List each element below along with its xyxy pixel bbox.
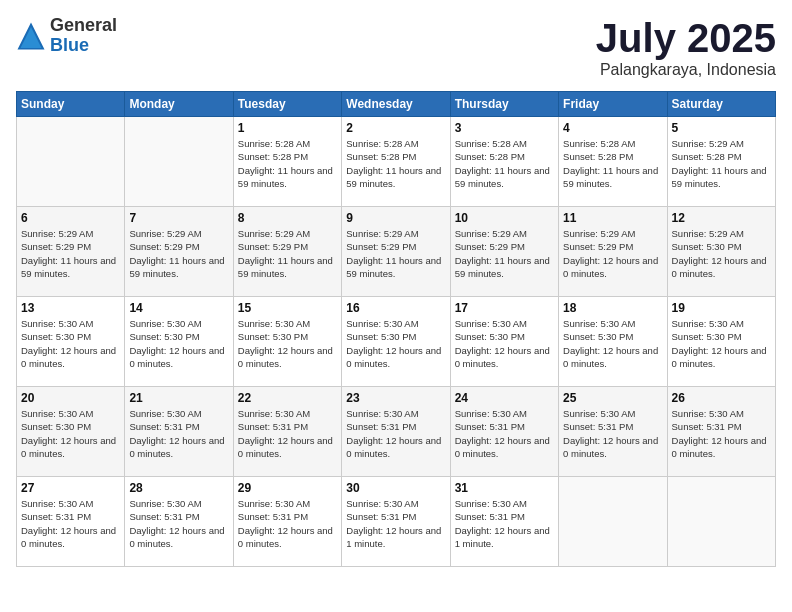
day-number: 25: [563, 391, 662, 405]
calendar-cell: 1Sunrise: 5:28 AM Sunset: 5:28 PM Daylig…: [233, 117, 341, 207]
day-number: 8: [238, 211, 337, 225]
day-number: 9: [346, 211, 445, 225]
calendar-cell: 29Sunrise: 5:30 AM Sunset: 5:31 PM Dayli…: [233, 477, 341, 567]
day-number: 23: [346, 391, 445, 405]
day-number: 14: [129, 301, 228, 315]
day-info: Sunrise: 5:30 AM Sunset: 5:31 PM Dayligh…: [129, 497, 228, 550]
calendar-cell: 28Sunrise: 5:30 AM Sunset: 5:31 PM Dayli…: [125, 477, 233, 567]
calendar-cell: 18Sunrise: 5:30 AM Sunset: 5:30 PM Dayli…: [559, 297, 667, 387]
calendar-cell: 12Sunrise: 5:29 AM Sunset: 5:30 PM Dayli…: [667, 207, 775, 297]
day-number: 3: [455, 121, 554, 135]
logo: General Blue: [16, 16, 117, 56]
calendar-cell: [667, 477, 775, 567]
calendar-cell: 5Sunrise: 5:29 AM Sunset: 5:28 PM Daylig…: [667, 117, 775, 207]
calendar-cell: 3Sunrise: 5:28 AM Sunset: 5:28 PM Daylig…: [450, 117, 558, 207]
calendar-cell: 2Sunrise: 5:28 AM Sunset: 5:28 PM Daylig…: [342, 117, 450, 207]
header: General Blue July 2025 Palangkaraya, Ind…: [16, 16, 776, 79]
day-number: 16: [346, 301, 445, 315]
calendar-cell: 16Sunrise: 5:30 AM Sunset: 5:30 PM Dayli…: [342, 297, 450, 387]
day-info: Sunrise: 5:30 AM Sunset: 5:31 PM Dayligh…: [129, 407, 228, 460]
day-info: Sunrise: 5:29 AM Sunset: 5:29 PM Dayligh…: [455, 227, 554, 280]
day-info: Sunrise: 5:30 AM Sunset: 5:30 PM Dayligh…: [455, 317, 554, 370]
day-info: Sunrise: 5:28 AM Sunset: 5:28 PM Dayligh…: [563, 137, 662, 190]
day-number: 28: [129, 481, 228, 495]
weekday-header-row: SundayMondayTuesdayWednesdayThursdayFrid…: [17, 92, 776, 117]
day-number: 18: [563, 301, 662, 315]
calendar-cell: 9Sunrise: 5:29 AM Sunset: 5:29 PM Daylig…: [342, 207, 450, 297]
day-info: Sunrise: 5:30 AM Sunset: 5:31 PM Dayligh…: [346, 407, 445, 460]
day-number: 17: [455, 301, 554, 315]
calendar-table: SundayMondayTuesdayWednesdayThursdayFrid…: [16, 91, 776, 567]
calendar-header: SundayMondayTuesdayWednesdayThursdayFrid…: [17, 92, 776, 117]
day-info: Sunrise: 5:30 AM Sunset: 5:31 PM Dayligh…: [238, 407, 337, 460]
weekday-header-thursday: Thursday: [450, 92, 558, 117]
day-info: Sunrise: 5:30 AM Sunset: 5:31 PM Dayligh…: [563, 407, 662, 460]
calendar-cell: 4Sunrise: 5:28 AM Sunset: 5:28 PM Daylig…: [559, 117, 667, 207]
day-info: Sunrise: 5:30 AM Sunset: 5:30 PM Dayligh…: [563, 317, 662, 370]
day-info: Sunrise: 5:30 AM Sunset: 5:31 PM Dayligh…: [21, 497, 120, 550]
calendar-cell: 27Sunrise: 5:30 AM Sunset: 5:31 PM Dayli…: [17, 477, 125, 567]
calendar-cell: 11Sunrise: 5:29 AM Sunset: 5:29 PM Dayli…: [559, 207, 667, 297]
week-row-1: 1Sunrise: 5:28 AM Sunset: 5:28 PM Daylig…: [17, 117, 776, 207]
day-number: 31: [455, 481, 554, 495]
day-number: 11: [563, 211, 662, 225]
day-info: Sunrise: 5:30 AM Sunset: 5:30 PM Dayligh…: [238, 317, 337, 370]
day-number: 26: [672, 391, 771, 405]
day-info: Sunrise: 5:29 AM Sunset: 5:30 PM Dayligh…: [672, 227, 771, 280]
day-number: 10: [455, 211, 554, 225]
logo-icon: [16, 21, 46, 51]
day-number: 12: [672, 211, 771, 225]
day-number: 30: [346, 481, 445, 495]
day-number: 29: [238, 481, 337, 495]
day-info: Sunrise: 5:30 AM Sunset: 5:30 PM Dayligh…: [129, 317, 228, 370]
calendar-cell: 10Sunrise: 5:29 AM Sunset: 5:29 PM Dayli…: [450, 207, 558, 297]
day-info: Sunrise: 5:30 AM Sunset: 5:30 PM Dayligh…: [672, 317, 771, 370]
day-number: 7: [129, 211, 228, 225]
calendar-cell: 24Sunrise: 5:30 AM Sunset: 5:31 PM Dayli…: [450, 387, 558, 477]
day-info: Sunrise: 5:30 AM Sunset: 5:30 PM Dayligh…: [21, 317, 120, 370]
day-info: Sunrise: 5:30 AM Sunset: 5:31 PM Dayligh…: [346, 497, 445, 550]
day-info: Sunrise: 5:29 AM Sunset: 5:29 PM Dayligh…: [346, 227, 445, 280]
weekday-header-saturday: Saturday: [667, 92, 775, 117]
calendar-cell: 15Sunrise: 5:30 AM Sunset: 5:30 PM Dayli…: [233, 297, 341, 387]
calendar-cell: 22Sunrise: 5:30 AM Sunset: 5:31 PM Dayli…: [233, 387, 341, 477]
logo-text: General Blue: [50, 16, 117, 56]
day-info: Sunrise: 5:30 AM Sunset: 5:30 PM Dayligh…: [21, 407, 120, 460]
calendar-cell: 7Sunrise: 5:29 AM Sunset: 5:29 PM Daylig…: [125, 207, 233, 297]
logo-blue-text: Blue: [50, 36, 117, 56]
day-info: Sunrise: 5:30 AM Sunset: 5:31 PM Dayligh…: [238, 497, 337, 550]
day-info: Sunrise: 5:30 AM Sunset: 5:31 PM Dayligh…: [455, 497, 554, 550]
calendar-cell: 30Sunrise: 5:30 AM Sunset: 5:31 PM Dayli…: [342, 477, 450, 567]
weekday-header-sunday: Sunday: [17, 92, 125, 117]
calendar-cell: 8Sunrise: 5:29 AM Sunset: 5:29 PM Daylig…: [233, 207, 341, 297]
day-number: 5: [672, 121, 771, 135]
day-number: 21: [129, 391, 228, 405]
day-info: Sunrise: 5:28 AM Sunset: 5:28 PM Dayligh…: [346, 137, 445, 190]
day-number: 6: [21, 211, 120, 225]
day-info: Sunrise: 5:30 AM Sunset: 5:30 PM Dayligh…: [346, 317, 445, 370]
day-info: Sunrise: 5:28 AM Sunset: 5:28 PM Dayligh…: [238, 137, 337, 190]
calendar-cell: 20Sunrise: 5:30 AM Sunset: 5:30 PM Dayli…: [17, 387, 125, 477]
location-subtitle: Palangkaraya, Indonesia: [596, 61, 776, 79]
day-info: Sunrise: 5:29 AM Sunset: 5:28 PM Dayligh…: [672, 137, 771, 190]
week-row-3: 13Sunrise: 5:30 AM Sunset: 5:30 PM Dayli…: [17, 297, 776, 387]
week-row-5: 27Sunrise: 5:30 AM Sunset: 5:31 PM Dayli…: [17, 477, 776, 567]
day-number: 15: [238, 301, 337, 315]
calendar-cell: 26Sunrise: 5:30 AM Sunset: 5:31 PM Dayli…: [667, 387, 775, 477]
title-area: July 2025 Palangkaraya, Indonesia: [596, 16, 776, 79]
week-row-2: 6Sunrise: 5:29 AM Sunset: 5:29 PM Daylig…: [17, 207, 776, 297]
weekday-header-monday: Monday: [125, 92, 233, 117]
day-info: Sunrise: 5:29 AM Sunset: 5:29 PM Dayligh…: [238, 227, 337, 280]
day-info: Sunrise: 5:29 AM Sunset: 5:29 PM Dayligh…: [21, 227, 120, 280]
calendar-cell: 19Sunrise: 5:30 AM Sunset: 5:30 PM Dayli…: [667, 297, 775, 387]
week-row-4: 20Sunrise: 5:30 AM Sunset: 5:30 PM Dayli…: [17, 387, 776, 477]
day-number: 20: [21, 391, 120, 405]
weekday-header-tuesday: Tuesday: [233, 92, 341, 117]
day-number: 27: [21, 481, 120, 495]
calendar-cell: 23Sunrise: 5:30 AM Sunset: 5:31 PM Dayli…: [342, 387, 450, 477]
calendar-cell: 25Sunrise: 5:30 AM Sunset: 5:31 PM Dayli…: [559, 387, 667, 477]
calendar-cell: [125, 117, 233, 207]
weekday-header-friday: Friday: [559, 92, 667, 117]
logo-general-text: General: [50, 16, 117, 36]
calendar-cell: [17, 117, 125, 207]
